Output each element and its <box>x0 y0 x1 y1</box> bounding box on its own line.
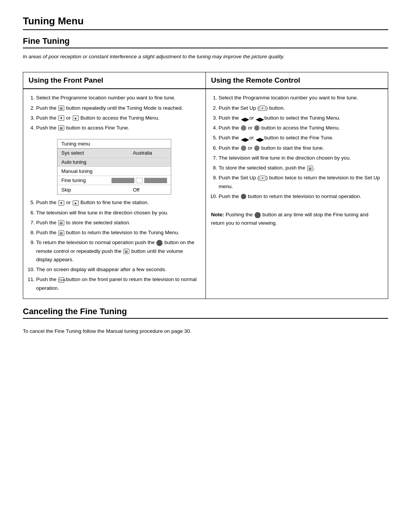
tm-label-fine: Fine tuning <box>61 177 112 183</box>
left-step-1: Select the Programme location number you… <box>36 94 200 102</box>
fine-tune-bar-dark <box>112 178 134 183</box>
note-label: Note: <box>211 212 225 217</box>
circle-icon-3 <box>254 125 260 131</box>
left-step-6: The television will fine tune in the dir… <box>36 209 200 217</box>
cancel-section: Canceling the Fine Tuning To cancel the … <box>23 307 388 339</box>
left-step-3: Push the ▼ or ▲ Button to access the Tun… <box>36 114 200 122</box>
tm-label-manual: Manual tuning <box>61 168 133 174</box>
left-steps-list: Select the Programme location number you… <box>29 94 200 132</box>
left-arrow-icon: ◀▶ <box>241 115 248 121</box>
tm-value-sys: Australia <box>133 150 167 156</box>
button-icon-9: ▤ <box>123 249 129 254</box>
note-section: Note: Pushing the button at any time wil… <box>206 207 388 231</box>
circle-icon-2 <box>241 125 246 131</box>
fine-tune-bar-dark2 <box>144 178 167 183</box>
button-icon-6: ▲ <box>73 200 79 206</box>
right-step-5: Push the ◀▶ or ◀▶ button to select the F… <box>219 134 383 142</box>
button-icon-2: ▼ <box>58 115 64 121</box>
setup-icon: ≡ <box>260 105 266 111</box>
tm-row-sys: Sys select Australia <box>57 149 171 158</box>
button-icon-11: ▤ <box>307 166 313 171</box>
circle-icon-4 <box>241 145 246 151</box>
intro-text: In areas of poor reception or constant i… <box>23 53 388 61</box>
left-step-9: To return the television to normal opera… <box>36 238 200 264</box>
tuning-menu-header: Tuning menu <box>57 139 171 149</box>
left-panel-header: Using the Front Panel <box>23 72 206 89</box>
tm-label-skip: Skip <box>61 187 133 193</box>
button-icon-4: ▤ <box>58 125 64 131</box>
right-step-6: Push the or button to start the fine tun… <box>219 144 383 152</box>
page-title: Tuning Menu <box>23 15 388 27</box>
left-panel: Using the Front Panel Select the Program… <box>23 72 206 299</box>
tm-value-skip: Off <box>133 187 167 193</box>
tuning-menu-diagram: Tuning menu Sys select Australia Auto tu… <box>29 139 200 195</box>
right-step-2: Push the Set Up (≡) button. <box>219 104 383 112</box>
circle-icon-note <box>255 212 261 218</box>
tm-value-fine <box>112 178 167 183</box>
right-step-8: To store the selected station, push the … <box>219 164 383 172</box>
tm-row-auto: Auto tuning <box>57 158 171 167</box>
right-panel-header: Using the Remote Control <box>206 72 388 89</box>
tm-row-skip: Skip Off <box>57 185 171 194</box>
cancel-text: To cancel the Fine Tuning follow the Man… <box>23 323 388 339</box>
right-steps-list: Select the Programme location number you… <box>211 94 383 201</box>
right-step-9: Push the Set Up (≡) button twice to retu… <box>219 174 383 191</box>
tm-row-manual: Manual tuning <box>57 167 171 176</box>
button-icon-10: TV/AV <box>58 277 64 283</box>
right-step-7: The television will fine tune in the dir… <box>219 154 383 162</box>
right-step-1: Select the Programme location number you… <box>219 94 383 102</box>
left-arrow-icon-2: ◀▶ <box>241 136 248 141</box>
right-arrow-icon: ◀▶ <box>256 115 263 121</box>
left-step-2: Push the ▤ button repeatedly until the T… <box>36 104 200 112</box>
setup-icon-2: ≡ <box>260 176 266 181</box>
left-steps-list-2: Push the ▼ or ▲ Button to fine tune the … <box>29 198 200 292</box>
right-step-3: Push the ◀▶ or ◀▶ button to select the T… <box>219 114 383 122</box>
two-column-layout: Using the Front Panel Select the Program… <box>23 72 388 299</box>
circle-icon-1 <box>156 240 162 246</box>
note-text: Pushing the button at any time will stop… <box>211 212 369 226</box>
button-icon-7: ▤ <box>58 220 64 225</box>
circle-icon-6 <box>241 194 246 199</box>
right-step-4: Push the or button to access the Tuning … <box>219 124 383 132</box>
right-step-10: Push the button to return the television… <box>219 192 383 201</box>
left-step-4: Push the ▤ button to access Fine Tune. <box>36 124 200 132</box>
section-title: Fine Tuning <box>23 36 388 48</box>
left-step-11: Push the TV/AV button on the front panel… <box>36 275 200 292</box>
tm-label-sys: Sys select <box>61 150 133 156</box>
button-icon-1: ▤ <box>58 105 64 111</box>
right-panel: Using the Remote Control Select the Prog… <box>206 72 388 299</box>
fine-tune-bar-light <box>136 178 143 183</box>
tm-row-fine: Fine tuning <box>57 176 171 185</box>
left-step-7: Push the ▤ to store the selected station… <box>36 219 200 227</box>
left-step-5: Push the ▼ or ▲ Button to fine tune the … <box>36 198 200 207</box>
button-icon-8: ▤ <box>58 230 64 236</box>
left-step-8: Push the ▤ button to return the televisi… <box>36 228 200 237</box>
tm-label-auto: Auto tuning <box>61 159 133 165</box>
button-icon-5: ▼ <box>58 200 64 206</box>
button-icon-3: ▲ <box>73 115 79 121</box>
right-arrow-icon-2: ◀▶ <box>256 136 263 141</box>
left-step-10: The on screen display will disappear aft… <box>36 265 200 274</box>
cancel-title: Canceling the Fine Tuning <box>23 307 388 319</box>
circle-icon-5 <box>254 145 260 151</box>
tuning-menu-box: Tuning menu Sys select Australia Auto tu… <box>57 139 171 195</box>
